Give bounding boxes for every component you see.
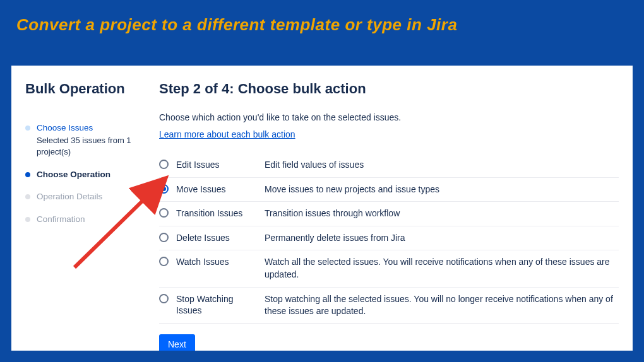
step-bullet-icon (25, 172, 30, 177)
next-button[interactable]: Next (159, 334, 195, 351)
step-label: Choose Issues (37, 122, 152, 134)
option-desc: Watch all the selected issues. You will … (265, 256, 619, 281)
option-label: Transition Issues (176, 207, 257, 219)
radio-icon[interactable] (159, 257, 169, 266)
radio-icon[interactable] (159, 184, 169, 194)
wizard-step-confirmation[interactable]: Confirmation (25, 214, 152, 225)
option-label: Delete Issues (176, 232, 257, 244)
page-banner-title: Convert a project to a different templat… (0, 0, 644, 44)
option-label: Edit Issues (176, 159, 257, 171)
option-transition-issues[interactable]: Transition Issues Transition issues thro… (159, 202, 619, 226)
learn-more-link[interactable]: Learn more about each bulk action (159, 129, 295, 139)
option-label: Stop Watching Issues (176, 293, 257, 317)
option-desc: Edit field values of issues (265, 159, 364, 172)
option-edit-issues[interactable]: Edit Issues Edit field values of issues (159, 153, 619, 178)
step-bullet-icon (25, 126, 30, 131)
sidebar-title: Bulk Operation (25, 81, 152, 97)
option-stop-watching-issues[interactable]: Stop Watching Issues Stop watching all t… (159, 288, 619, 324)
step-bullet-icon (25, 217, 30, 222)
main-content: Step 2 of 4: Choose bulk action Choose w… (152, 81, 619, 336)
step-label: Choose Operation (37, 169, 110, 180)
wizard-step-choose-issues[interactable]: Choose Issues Selected 35 issues from 1 … (25, 122, 152, 158)
bulk-action-options: Edit Issues Edit field values of issues … (159, 153, 619, 324)
wizard-step-operation-details[interactable]: Operation Details (25, 191, 152, 202)
wizard-step-choose-operation[interactable]: Choose Operation (25, 169, 152, 180)
step-label: Confirmation (37, 214, 85, 225)
radio-icon[interactable] (159, 233, 169, 242)
step-bullet-icon (25, 194, 30, 199)
bulk-operation-panel: Bulk Operation Choose Issues Selected 35… (11, 66, 633, 351)
option-label: Watch Issues (176, 256, 257, 268)
option-delete-issues[interactable]: Delete Issues Permanently delete issues … (159, 226, 619, 251)
step-label: Operation Details (37, 191, 102, 202)
step-subtext: Selected 35 issues from 1 project(s) (37, 135, 152, 158)
wizard-sidebar: Bulk Operation Choose Issues Selected 35… (25, 81, 152, 336)
option-watch-issues[interactable]: Watch Issues Watch all the selected issu… (159, 250, 619, 287)
option-desc: Permanently delete issues from Jira (265, 232, 405, 245)
step-title: Step 2 of 4: Choose bulk action (159, 81, 619, 97)
option-label: Move Issues (176, 184, 257, 196)
option-move-issues[interactable]: Move Issues Move issues to new projects … (159, 178, 619, 202)
radio-icon[interactable] (159, 294, 169, 303)
option-desc: Transition issues through workflow (265, 207, 400, 220)
radio-icon[interactable] (159, 208, 169, 218)
option-desc: Move issues to new projects and issue ty… (265, 184, 439, 196)
step-description: Choose which action you'd like to take o… (159, 112, 619, 122)
option-desc: Stop watching all the selected issues. Y… (265, 293, 619, 318)
radio-icon[interactable] (159, 160, 169, 169)
